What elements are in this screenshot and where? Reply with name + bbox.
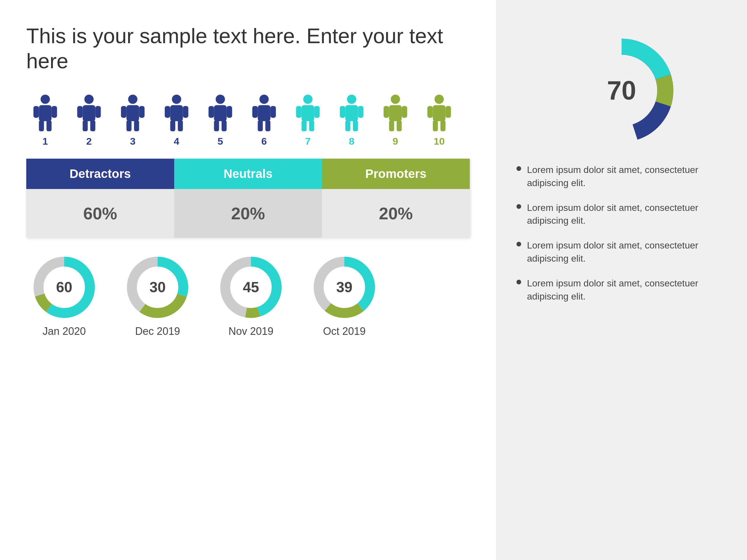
bullet-dot	[516, 280, 521, 284]
person-number: 6	[261, 136, 267, 147]
svg-rect-46	[340, 106, 345, 117]
person-item: 3	[120, 94, 146, 147]
svg-rect-45	[353, 120, 358, 131]
person-item: 9	[382, 94, 409, 147]
bullet-dot	[516, 242, 521, 246]
svg-rect-52	[384, 106, 389, 117]
donut-period-label: Dec 2019	[135, 325, 180, 338]
bullet-item: Lorem ipsum dolor sit amet, consectetuer…	[516, 201, 727, 228]
svg-rect-28	[209, 106, 214, 117]
table-header-promoters: Promoters	[322, 159, 470, 189]
small-donut-value: 45	[243, 279, 259, 296]
table-header-detractors: Detractors	[26, 159, 174, 189]
svg-rect-25	[214, 105, 227, 121]
table-value-detractors: 60%	[26, 189, 174, 238]
svg-rect-17	[139, 106, 145, 117]
donut-item: 45Nov 2019	[219, 255, 283, 338]
svg-rect-1	[39, 105, 51, 121]
person-item: 5	[207, 94, 233, 147]
svg-rect-22	[165, 106, 171, 117]
person-number: 4	[174, 136, 179, 147]
small-donut-container: 45	[219, 255, 283, 319]
bullet-dot	[516, 166, 521, 171]
donut-item: 30Dec 2019	[126, 255, 190, 338]
svg-rect-16	[121, 106, 127, 117]
svg-rect-11	[96, 106, 101, 117]
bullet-text: Lorem ipsum dolor sit amet, consectetuer…	[527, 163, 727, 190]
svg-point-36	[303, 95, 312, 104]
person-item: 1	[32, 94, 58, 147]
person-item: 8	[338, 94, 365, 147]
small-donut-value: 39	[336, 279, 353, 296]
svg-point-18	[172, 95, 181, 104]
donut-item: 39Oct 2019	[312, 255, 377, 338]
svg-rect-23	[183, 106, 188, 117]
large-donut-value: 70	[607, 76, 636, 106]
svg-rect-58	[428, 106, 433, 117]
person-number: 9	[393, 136, 398, 147]
right-panel: 70 Lorem ipsum dolor sit amet, consectet…	[496, 0, 747, 560]
nps-table: Detractors Neutrals Promoters 60% 20% 20…	[26, 159, 470, 238]
svg-rect-8	[83, 120, 87, 131]
svg-rect-15	[134, 120, 139, 131]
person-item: 6	[251, 94, 277, 147]
person-item: 2	[76, 94, 102, 147]
bullet-text: Lorem ipsum dolor sit amet, consectetuer…	[527, 201, 727, 228]
bullet-item: Lorem ipsum dolor sit amet, consectetuer…	[516, 239, 727, 265]
svg-rect-35	[271, 106, 276, 117]
person-number: 1	[43, 136, 48, 147]
small-donut-container: 30	[126, 255, 190, 319]
svg-rect-40	[296, 106, 302, 117]
bullet-list: Lorem ipsum dolor sit amet, consectetuer…	[516, 163, 727, 303]
bullet-text: Lorem ipsum dolor sit amet, consectetuer…	[527, 277, 727, 303]
svg-rect-49	[389, 105, 402, 121]
svg-point-24	[216, 95, 225, 104]
donut-period-label: Jan 2020	[43, 325, 86, 338]
svg-point-48	[391, 95, 400, 104]
svg-rect-59	[445, 106, 451, 117]
bullet-item: Lorem ipsum dolor sit amet, consectetuer…	[516, 277, 727, 303]
svg-rect-14	[126, 120, 131, 131]
svg-rect-47	[358, 106, 364, 117]
svg-point-54	[435, 95, 444, 104]
svg-rect-7	[83, 105, 95, 121]
bullet-item: Lorem ipsum dolor sit amet, consectetuer…	[516, 163, 727, 190]
donut-item: 60Jan 2020	[32, 255, 96, 338]
svg-rect-3	[46, 120, 51, 131]
small-donut-value: 30	[149, 279, 166, 296]
svg-rect-43	[345, 105, 358, 121]
svg-rect-31	[258, 105, 270, 121]
svg-point-42	[347, 95, 356, 104]
svg-rect-32	[258, 120, 263, 131]
left-panel: This is your sample text here. Enter you…	[0, 0, 496, 560]
person-number: 5	[218, 136, 223, 147]
small-donut-container: 60	[32, 255, 96, 319]
svg-rect-38	[302, 120, 306, 131]
table-value-neutrals: 20%	[174, 189, 322, 238]
svg-rect-34	[252, 106, 258, 117]
bullet-text: Lorem ipsum dolor sit amet, consectetuer…	[527, 239, 727, 265]
svg-rect-9	[90, 120, 95, 131]
person-item: 10	[426, 94, 452, 147]
page-title: This is your sample text here. Enter you…	[26, 23, 470, 74]
svg-rect-27	[222, 120, 227, 131]
svg-rect-55	[433, 105, 445, 121]
svg-point-30	[259, 95, 269, 104]
large-donut: 70	[566, 35, 677, 146]
donut-period-label: Nov 2019	[229, 325, 274, 338]
svg-rect-5	[52, 106, 57, 117]
table-value-promoters: 20%	[322, 189, 470, 238]
bullet-dot	[516, 204, 521, 209]
svg-rect-39	[309, 120, 314, 131]
svg-rect-19	[170, 105, 183, 121]
svg-rect-29	[227, 106, 232, 117]
svg-point-6	[84, 95, 94, 104]
svg-rect-37	[302, 105, 314, 121]
svg-rect-41	[314, 106, 320, 117]
person-number: 8	[349, 136, 355, 147]
svg-rect-57	[440, 120, 445, 131]
person-item: 7	[295, 94, 321, 147]
persons-row: 1 2 3 4 5	[26, 94, 470, 147]
svg-rect-51	[396, 120, 402, 131]
svg-rect-13	[126, 105, 139, 121]
